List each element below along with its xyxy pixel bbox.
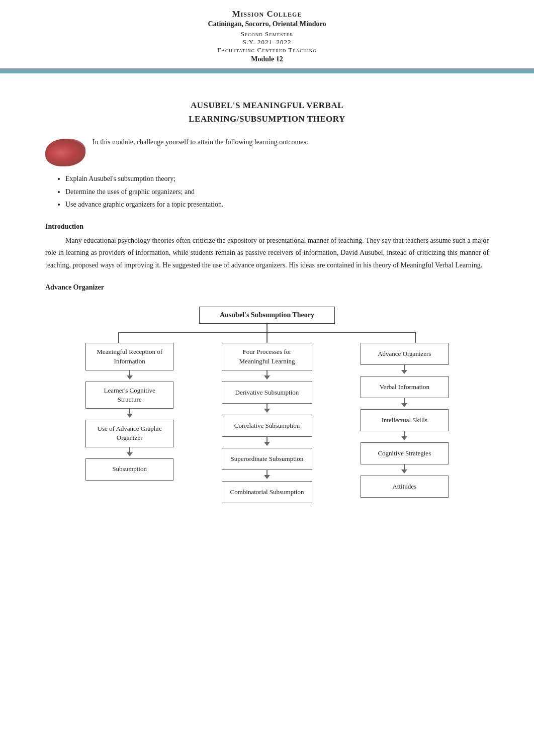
arrow-down bbox=[264, 375, 270, 380]
mid-box-2: Correlative Subsumption bbox=[222, 415, 312, 437]
year-label: S.Y. 2021–2022 bbox=[10, 38, 524, 46]
college-location: Catiningan, Socorro, Oriental Mindoro bbox=[10, 20, 524, 28]
v-line bbox=[404, 398, 405, 403]
mid-box-4: Combinatorial Subsumption bbox=[222, 481, 312, 503]
left-box-2: Learner's Cognitive Structure bbox=[85, 382, 173, 409]
list-item: Explain Ausubel's subsumption theory; bbox=[65, 172, 489, 185]
mid-column: Four Processes for Meaningful Learning D… bbox=[217, 343, 317, 503]
intro-area: In this module, challenge yourself to at… bbox=[45, 137, 489, 166]
right-box-0: Advance Organizers bbox=[361, 343, 449, 365]
list-item: Determine the uses of graphic organizers… bbox=[65, 185, 489, 198]
right-box-3: Cognitive Strategies bbox=[361, 442, 449, 464]
semester-label: Second Semester bbox=[10, 30, 524, 38]
list-item: Use advance graphic organizers for a top… bbox=[65, 198, 489, 211]
v-line bbox=[266, 470, 268, 475]
left-box-3: Use of Advance Graphic Organizer bbox=[85, 420, 173, 447]
diagram-title-box: Ausubel's Subsumption Theory bbox=[199, 307, 335, 324]
v-line bbox=[266, 370, 268, 375]
arrow-down bbox=[127, 452, 133, 456]
introduction-paragraph: Many educational psychology theories oft… bbox=[45, 235, 489, 272]
intro-text: In this module, challenge yourself to at… bbox=[93, 137, 489, 148]
v-line bbox=[404, 365, 405, 370]
right-box-4: Attitudes bbox=[361, 476, 449, 498]
mid-box-0: Four Processes for Meaningful Learning bbox=[222, 343, 312, 370]
center-line bbox=[266, 324, 268, 332]
course-label: Facilitating Centered Teaching bbox=[10, 46, 524, 54]
arrow-down bbox=[264, 475, 270, 479]
arrow-down bbox=[127, 414, 133, 418]
v-line bbox=[129, 409, 130, 414]
v-line bbox=[129, 447, 130, 452]
module-label: Module 12 bbox=[10, 55, 524, 63]
arrow-down bbox=[264, 442, 270, 446]
teal-divider bbox=[0, 70, 534, 73]
learning-outcomes-list: Explain Ausubel's subsumption theory; De… bbox=[60, 172, 489, 211]
module-icon bbox=[45, 139, 85, 166]
college-name: Mission College bbox=[10, 9, 524, 19]
right-column: Advance Organizers Verbal Information In… bbox=[354, 343, 455, 498]
main-content: AUSUBEL'S MEANINGFUL VERBAL LEARNING/SUB… bbox=[0, 73, 534, 523]
arrow-down bbox=[264, 409, 270, 413]
v-line bbox=[129, 370, 130, 375]
right-box-1: Verbal Information bbox=[361, 376, 449, 398]
left-box-4: Subsumption bbox=[85, 458, 173, 481]
left-box-1: Meaningful Reception of Information bbox=[85, 343, 173, 370]
page-header: Mission College Catiningan, Socorro, Ori… bbox=[0, 0, 534, 70]
diagram-top-connector bbox=[61, 324, 473, 343]
page-title-line2: LEARNING/SUBSUMPTION THEORY bbox=[45, 112, 489, 126]
introduction-heading: Introduction bbox=[45, 223, 489, 231]
mid-box-1: Derivative Subsumption bbox=[222, 382, 312, 404]
v-line bbox=[404, 464, 405, 469]
page-title-block: AUSUBEL'S MEANINGFUL VERBAL LEARNING/SUB… bbox=[45, 99, 489, 126]
left-drop-line bbox=[118, 332, 119, 343]
mid-box-3: Superordinate Subsumption bbox=[222, 448, 312, 470]
left-column: Meaningful Reception of Information Lear… bbox=[79, 343, 180, 480]
v-line bbox=[404, 431, 405, 436]
arrow-down bbox=[401, 403, 407, 407]
mid-drop-line bbox=[266, 332, 268, 343]
right-box-2: Intellectual Skills bbox=[361, 409, 449, 431]
arrow-down bbox=[401, 436, 407, 440]
v-line bbox=[266, 437, 268, 442]
right-drop-line bbox=[415, 332, 416, 343]
advance-organizer-heading: Advance Organizer bbox=[45, 284, 489, 292]
arrow-down bbox=[401, 469, 407, 474]
arrow-down bbox=[401, 370, 407, 374]
diagram-columns: Meaningful Reception of Information Lear… bbox=[61, 343, 473, 503]
page-title-line1: AUSUBEL'S MEANINGFUL VERBAL bbox=[45, 99, 489, 112]
subsumption-diagram: Ausubel's Subsumption Theory Meaningful … bbox=[45, 307, 489, 503]
v-line bbox=[266, 404, 268, 409]
arrow-down bbox=[127, 375, 133, 380]
